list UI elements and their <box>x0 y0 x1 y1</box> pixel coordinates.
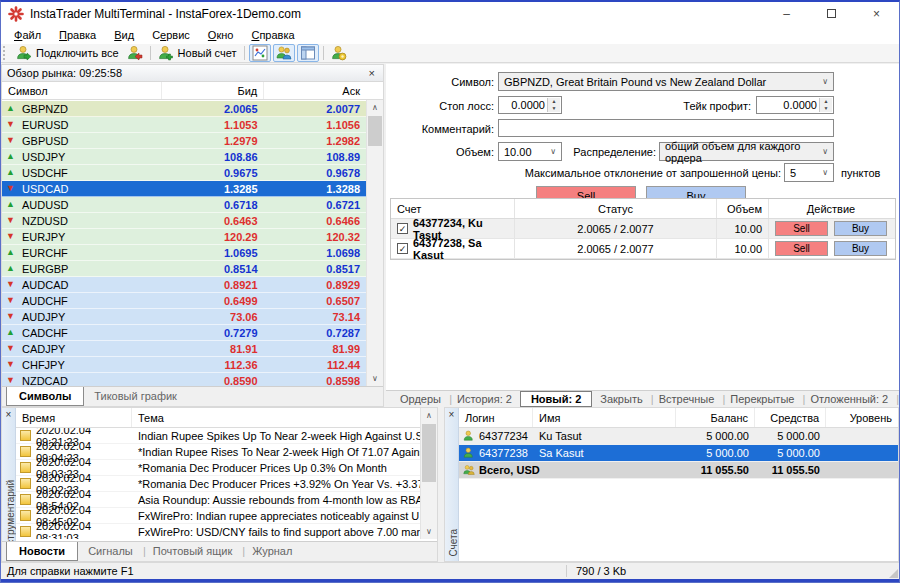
order-tab-1[interactable]: История: 2 <box>449 392 520 406</box>
column-topic[interactable]: Тема <box>132 408 420 427</box>
scroll-thumb[interactable] <box>422 424 436 482</box>
column-ask[interactable]: Аск <box>264 82 366 99</box>
spinner-down-icon[interactable]: ▼ <box>548 105 560 112</box>
spinner-up-icon[interactable]: ▲ <box>548 98 560 105</box>
column-name[interactable]: Имя <box>533 408 676 427</box>
accounts-view-toggle[interactable] <box>273 44 295 62</box>
take-profit-input[interactable]: 0.0000 ▲ ▼ <box>756 96 834 114</box>
menu-bar: ФайлПравкаВидСервисОкноСправка <box>1 25 899 44</box>
spinner-down-icon[interactable]: ▼ <box>820 105 832 112</box>
menu-item-view[interactable]: Вид <box>105 27 143 43</box>
scroll-down-icon[interactable]: ∨ <box>367 371 383 386</box>
spinner-up-icon[interactable]: ▲ <box>820 98 832 105</box>
stop-loss-spinner[interactable]: ▲ ▼ <box>547 98 560 112</box>
market-row-eurjpy[interactable]: ▼EURJPY120.29120.32 <box>2 229 366 245</box>
take-profit-spinner[interactable]: ▲ ▼ <box>819 98 832 112</box>
connect-all-button[interactable]: Подключить все <box>12 44 123 62</box>
market-row-usdjpy[interactable]: ▲USDJPY108.86108.89 <box>2 149 366 165</box>
news-close-icon[interactable]: × <box>2 408 15 420</box>
news-tab-1[interactable]: Сигналы <box>78 542 143 559</box>
order-tab-6[interactable]: Отложенный: 2 <box>802 392 896 406</box>
column-login[interactable]: Логин <box>459 408 533 427</box>
market-watch-close-icon[interactable]: × <box>366 68 378 79</box>
order-tab-0[interactable]: Ордеры <box>392 392 449 406</box>
distribution-select[interactable]: общий объем для каждого ордера ∨ <box>659 142 834 161</box>
order-tab-5[interactable]: Перекрытые <box>722 392 802 406</box>
menu-item-file[interactable]: Файл <box>5 27 50 43</box>
comment-input[interactable] <box>498 119 834 137</box>
market-row-nzdusd[interactable]: ▼NZDUSD0.64630.6466 <box>2 213 366 229</box>
market-row-chfjpy[interactable]: ▼CHFJPY112.36112.44 <box>2 357 366 373</box>
order-tab-7[interactable]: Изменить <box>896 392 899 406</box>
news-row[interactable]: 2020.02.04 08:31:03FxWirePro: USD/CNY fa… <box>16 524 420 539</box>
market-tab-1[interactable]: Тиковый график <box>84 387 187 404</box>
row-sell-button[interactable]: Sell <box>775 241 828 256</box>
column-balance[interactable]: Баланс <box>676 408 755 427</box>
column-equity[interactable]: Средства <box>755 408 826 427</box>
symbol-select[interactable]: GBPNZD, Great Britain Pound vs New Zeala… <box>498 72 834 91</box>
accounts-total-row[interactable]: Всего, USD 11 055.50 11 055.50 <box>459 462 898 479</box>
column-level[interactable]: Уровень <box>826 408 898 427</box>
toolbar-grip[interactable] <box>3 46 9 60</box>
news-tab-3[interactable]: Журнал <box>242 542 302 559</box>
account-row-64377234[interactable]: 64377234Ku Tasut5 000.005 000.00 <box>459 428 898 445</box>
market-tab-0[interactable]: Символы <box>6 386 84 406</box>
market-row-audcad[interactable]: ▼AUDCAD0.89210.8929 <box>2 277 366 293</box>
menu-item-edit[interactable]: Правка <box>50 27 105 43</box>
tick-chart-toggle[interactable] <box>249 44 271 62</box>
column-bid[interactable]: Бид <box>162 82 265 99</box>
order-tab-2[interactable]: Новый: 2 <box>520 391 592 407</box>
stop-loss-input[interactable]: 0.0000 ▲ ▼ <box>498 96 562 114</box>
maximize-button[interactable] <box>809 2 854 25</box>
market-row-audchf[interactable]: ▼AUDCHF0.64990.6507 <box>2 293 366 309</box>
market-row-eurgbp[interactable]: ▲EURGBP0.85140.8517 <box>2 261 366 277</box>
market-row-usdchf[interactable]: ▲USDCHF0.96750.9678 <box>2 165 366 181</box>
market-row-audusd[interactable]: ▲AUDUSD0.67180.6721 <box>2 197 366 213</box>
checkbox[interactable]: ✓ <box>397 223 408 234</box>
market-row-eurchf[interactable]: ▲EURCHF1.06951.0698 <box>2 245 366 261</box>
order-tab-3[interactable]: Закрыть <box>592 392 650 406</box>
market-row-eurusd[interactable]: ▼EURUSD1.10531.1056 <box>2 117 366 133</box>
row-sell-button[interactable]: Sell <box>775 221 828 236</box>
close-button[interactable]: × <box>854 2 899 25</box>
minimize-button[interactable]: – <box>764 2 809 25</box>
column-status[interactable]: Статус <box>515 199 717 218</box>
order-tab-4[interactable]: Встречные <box>651 392 723 406</box>
column-action[interactable]: Действие <box>769 199 893 218</box>
market-watch-scrollbar[interactable]: ∧ ∨ <box>366 100 383 386</box>
market-row-nzdcad[interactable]: ▼NZDCAD0.85900.8598 <box>2 373 366 386</box>
column-time[interactable]: Время <box>16 408 132 427</box>
accounts-side-label[interactable]: Счета <box>445 529 459 557</box>
disconnect-all-button[interactable] <box>123 44 147 62</box>
scroll-thumb[interactable] <box>368 116 382 146</box>
row-buy-button[interactable]: Buy <box>834 221 887 236</box>
news-tab-0[interactable]: Новости <box>6 541 78 561</box>
menu-item-window[interactable]: Окно <box>199 27 243 43</box>
menu-item-help[interactable]: Справка <box>242 27 303 43</box>
menu-item-service[interactable]: Сервис <box>143 27 199 43</box>
scroll-down-icon[interactable]: ∨ <box>421 524 437 539</box>
layout-toggle[interactable] <box>297 44 319 62</box>
scroll-up-icon[interactable]: ∧ <box>367 100 383 115</box>
news-scrollbar[interactable]: ∧ ∨ <box>420 408 437 539</box>
market-row-cadchf[interactable]: ▲CADCHF0.72790.7287 <box>2 325 366 341</box>
market-row-usdcad[interactable]: ▼USDCAD1.32851.3288 <box>2 181 366 197</box>
deviation-select[interactable]: 5 ∨ <box>784 163 834 182</box>
news-tab-2[interactable]: Почтовый ящик <box>143 542 242 559</box>
market-row-gbpusd[interactable]: ▼GBPUSD1.29791.2982 <box>2 133 366 149</box>
account-settings-button[interactable] <box>327 44 351 62</box>
column-volume[interactable]: Объем <box>717 199 769 218</box>
market-row-audjpy[interactable]: ▼AUDJPY73.0673.14 <box>2 309 366 325</box>
account-row-64377238[interactable]: 64377238Sa Kasut5 000.005 000.00 <box>459 445 898 462</box>
market-row-gbpnzd[interactable]: ▲GBPNZD2.00652.0077 <box>2 101 366 117</box>
resize-grip[interactable] <box>889 569 898 578</box>
market-row-cadjpy[interactable]: ▼CADJPY81.9181.99 <box>2 341 366 357</box>
new-account-button[interactable]: Новый счет <box>154 44 241 62</box>
column-symbol[interactable]: Символ <box>2 82 162 99</box>
row-buy-button[interactable]: Buy <box>834 241 887 256</box>
accounts-close-icon[interactable]: × <box>445 408 458 420</box>
scroll-up-icon[interactable]: ∧ <box>421 408 437 423</box>
column-account[interactable]: Счет <box>391 199 515 218</box>
order-account-row[interactable]: ✓64377238, Sa Kasut2.0065 / 2.007710.00S… <box>391 239 895 259</box>
checkbox[interactable]: ✓ <box>397 243 408 254</box>
